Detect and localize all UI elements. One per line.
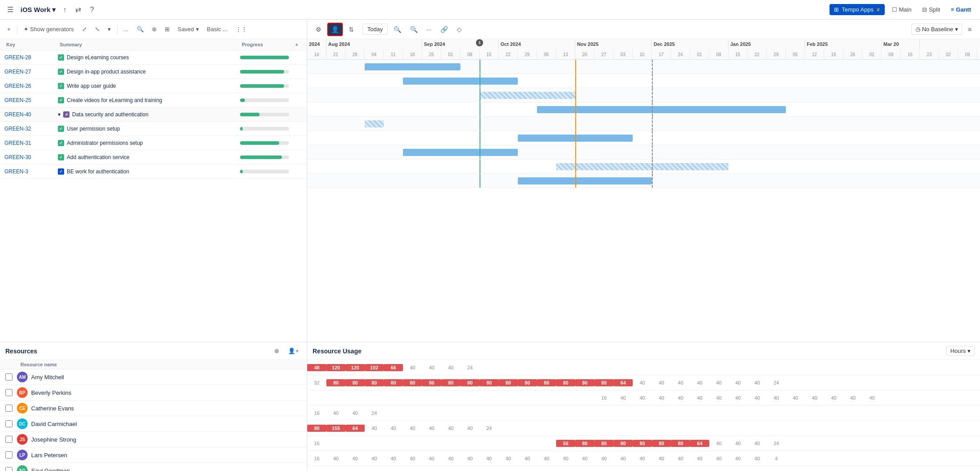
help-icon[interactable]: ? — [88, 4, 96, 16]
usage-row: 16404024 — [307, 405, 980, 421]
show-generators-button[interactable]: ✦ Show generators — [21, 24, 77, 34]
gantt-bar[interactable] — [403, 78, 518, 85]
view-split-button[interactable]: ⊟ Split — [919, 4, 943, 15]
gantt-row — [307, 88, 980, 102]
group-expand-icon[interactable]: ▾ — [58, 111, 61, 118]
usage-cell — [862, 458, 882, 459]
share-icon[interactable]: ↑ — [61, 4, 68, 16]
filter-button[interactable]: ⊛ — [149, 24, 159, 34]
resource-checkbox[interactable] — [5, 420, 12, 427]
timeline-day-cell: 08 — [709, 49, 728, 59]
issue-key[interactable]: GREEN-3 — [4, 168, 58, 175]
gantt-toolbar-left: ⚙ 👤 ⇅ Today 🔍 🔍 ··· 🔗 ◇ — [313, 23, 465, 36]
gantt-more-button[interactable]: ··· — [423, 24, 435, 35]
link-icon[interactable]: ⇄ — [73, 4, 83, 16]
usage-cell — [958, 397, 977, 399]
search-button[interactable]: 🔍 — [134, 24, 146, 34]
dashed-timeline-line — [652, 131, 653, 145]
gantt-bar[interactable] — [537, 106, 786, 113]
basic-button[interactable]: Basic ... — [204, 24, 230, 34]
timeline-month-cell: Aug 2024 — [326, 39, 422, 49]
usage-cell — [920, 367, 939, 369]
resource-row: CE Catherine Evans — [0, 401, 307, 416]
chevron-down-button[interactable]: ▾ — [105, 24, 114, 34]
timeline-month-cell: Feb 2025 — [805, 39, 882, 49]
usage-cell — [901, 367, 920, 369]
gantt-bar[interactable] — [403, 149, 518, 156]
gantt-bar[interactable] — [365, 63, 460, 70]
gantt-bar[interactable] — [365, 120, 384, 127]
usage-cell: 16 — [307, 455, 326, 462]
gantt-diamond-button[interactable]: ◇ — [454, 24, 465, 35]
resource-checkbox[interactable] — [5, 451, 12, 459]
gantt-settings-button[interactable]: ⚙ — [313, 24, 325, 35]
no-baseline-button[interactable]: ◷ No Baseline ▾ — [911, 24, 962, 35]
resource-checkbox[interactable] — [5, 436, 12, 443]
gantt-row — [307, 60, 980, 74]
resource-avatar: JS — [17, 434, 28, 445]
issue-key[interactable]: GREEN-40 — [4, 111, 58, 118]
resource-checkbox[interactable] — [5, 405, 12, 412]
issue-key[interactable]: GREEN-25 — [4, 97, 58, 103]
menu-icon[interactable]: ☰ — [5, 4, 15, 16]
resources-add-button[interactable]: 👤+ — [285, 346, 301, 356]
gantt-bar[interactable] — [556, 163, 728, 170]
resource-avatar: SG — [17, 465, 28, 471]
usage-cell — [843, 412, 862, 414]
saved-button[interactable]: Saved ▾ — [175, 24, 202, 34]
gantt-zoom-in-button[interactable]: 🔍 — [390, 24, 404, 35]
issue-key[interactable]: GREEN-31 — [4, 140, 58, 146]
gantt-sort-button[interactable]: ⇅ — [346, 24, 357, 35]
today-button[interactable]: Today — [362, 24, 388, 35]
more-options-button[interactable]: ... — [121, 24, 131, 34]
collapse-button[interactable]: ⤡ — [92, 24, 102, 34]
usage-cell — [958, 412, 977, 414]
hours-dropdown-button[interactable]: Hours ▾ — [946, 346, 975, 356]
usage-cell: 40 — [422, 364, 441, 371]
gantt-resource-button[interactable]: 👤 — [327, 23, 343, 36]
progress-bar — [240, 127, 289, 131]
issue-type-icon: ✓ — [58, 97, 64, 103]
gantt-zoom-out-button[interactable]: 🔍 — [407, 24, 421, 35]
resource-usage-panel: Resource Usage Hours ▾ 48120120102664040… — [307, 342, 980, 471]
green-timeline-line — [480, 88, 480, 102]
view-main-button[interactable]: ☐ Main — [888, 4, 915, 15]
gantt-bar[interactable] — [480, 92, 575, 99]
gantt-toolbar-right: ◷ No Baseline ▾ ≡ — [911, 24, 975, 35]
issue-key[interactable]: GREEN-27 — [4, 69, 58, 75]
resource-checkbox[interactable] — [5, 389, 12, 396]
issue-key[interactable]: GREEN-30 — [4, 154, 58, 160]
gantt-list-button[interactable]: ≡ — [965, 24, 975, 35]
issue-key[interactable]: GREEN-32 — [4, 126, 58, 132]
add-button[interactable]: + — [4, 24, 13, 34]
usage-cell — [460, 442, 480, 444]
main-view-icon: ☐ — [892, 6, 897, 13]
resource-checkbox[interactable] — [5, 373, 12, 381]
gantt-bar[interactable] — [518, 177, 652, 184]
progress-bar — [240, 170, 289, 173]
timeline-day-cell: 14 — [307, 49, 326, 59]
resources-filter-button[interactable]: ⊛ — [272, 346, 282, 356]
issue-key[interactable]: GREEN-28 — [4, 54, 58, 61]
main-layout: + ✦ Show generators ⤢ ⤡ ▾ ... 🔍 ⊛ ⊞ Save… — [0, 20, 980, 471]
usage-cell: 80 — [537, 379, 556, 386]
app-title-text: iOS Work — [20, 6, 50, 13]
usage-cell — [920, 382, 939, 384]
usage-cell: 24 — [767, 379, 786, 386]
columns-button[interactable]: ⋮⋮ — [233, 24, 250, 34]
gantt-link-button[interactable]: 🔗 — [437, 24, 451, 35]
progress-bar-wrapper — [240, 84, 293, 88]
timeline-day-cell: 15 — [480, 49, 499, 59]
green-timeline-line — [480, 160, 480, 173]
usage-cell: 40 — [728, 379, 748, 386]
view-gantt-button[interactable]: ≡ Gantt — [947, 4, 975, 15]
resource-checkbox[interactable] — [5, 467, 12, 471]
timeline-month-cell: Sep 2024 — [422, 39, 499, 49]
issue-key[interactable]: GREEN-26 — [4, 83, 58, 89]
group-button[interactable]: ⊞ — [162, 24, 172, 34]
usage-cell — [939, 442, 958, 444]
usage-cell — [958, 458, 977, 459]
expand-button[interactable]: ⤢ — [79, 24, 89, 34]
tempo-apps-button[interactable]: ⊞ Tempo Apps ♛ — [830, 4, 885, 15]
dashed-timeline-line — [652, 74, 653, 88]
